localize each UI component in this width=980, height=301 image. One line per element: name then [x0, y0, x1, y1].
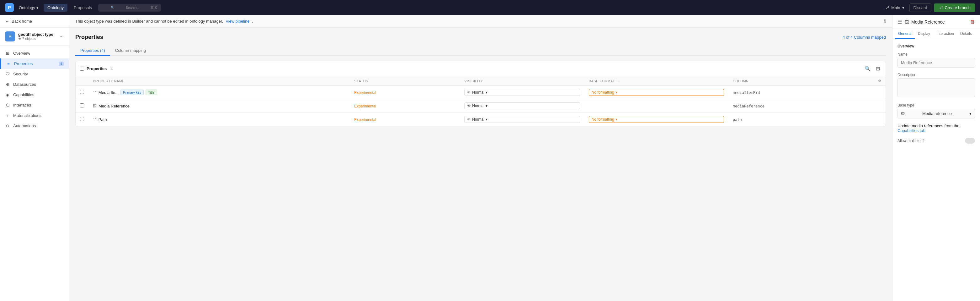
visibility-dropdown-1[interactable]: 👁 Normal ▾ — [464, 102, 580, 109]
proposals-nav-button[interactable]: Proposals — [70, 4, 95, 12]
row-checkbox[interactable] — [80, 90, 84, 94]
status-badge-0: Experimental — [354, 90, 376, 95]
interfaces-icon: ⬡ — [5, 103, 10, 107]
table-title: Properties — [87, 66, 107, 71]
settings-cell-0 — [873, 86, 886, 99]
security-icon: 🛡 — [5, 72, 10, 76]
formatting-label-2: No formatting — [592, 117, 614, 122]
base-type-chevron-icon: ▾ — [969, 111, 972, 116]
row-checkbox[interactable] — [80, 103, 84, 107]
panel-tab-details[interactable]: Details — [957, 29, 975, 39]
sidebar-item-automations[interactable]: ⊙ Automations — [0, 121, 69, 131]
primary-key-badge: Primary key — [121, 90, 144, 95]
create-branch-button[interactable]: ⎇ Create branch — [934, 3, 975, 12]
sidebar-item-properties[interactable]: ≡ Properties 4 — [0, 58, 69, 69]
object-type-icon: P — [5, 31, 15, 42]
filter-table-button[interactable]: ⊟ — [875, 64, 881, 73]
columns-mapped[interactable]: 4 of 4 Columns mapped — [843, 35, 886, 40]
info-icon[interactable]: ℹ — [884, 18, 886, 24]
col-base-formatting: BASE FORMATT... — [584, 76, 729, 86]
ontology-nav-button[interactable]: Ontology — [44, 4, 67, 12]
branch-chevron-icon: ▾ — [902, 5, 904, 10]
eye-icon: 👁 — [467, 117, 471, 122]
status-cell-0: Experimental — [350, 86, 460, 99]
column-name-1: mediaReference — [733, 104, 765, 108]
back-arrow-icon: ← — [5, 19, 9, 24]
tab-column-mapping[interactable]: Column mapping — [110, 46, 151, 56]
branch-create-icon: ⎇ — [938, 5, 943, 10]
allow-multiple-toggle[interactable] — [965, 138, 975, 144]
sidebar-item-properties-label: Properties — [14, 61, 33, 66]
prop-name-text: Media Ite... — [99, 90, 119, 95]
sidebar-item-overview[interactable]: ⊞ Overview — [0, 48, 69, 58]
table-row: " " Media Ite... Primary key Title Exper… — [76, 86, 886, 99]
visibility-dropdown-2[interactable]: 👁 Normal ▾ — [464, 116, 580, 123]
formatting-dropdown-2[interactable]: No formatting ▾ — [589, 116, 724, 123]
search-table-button[interactable]: 🔍 — [863, 64, 872, 73]
sidebar-item-security[interactable]: 🛡 Security — [0, 69, 69, 79]
discard-button[interactable]: Discard — [909, 3, 931, 12]
branch-selector[interactable]: ⎇ Main ▾ — [882, 4, 907, 11]
formatting-label-0: No formatting — [592, 90, 614, 94]
delete-icon[interactable]: 🗑 — [970, 19, 975, 25]
select-all-checkbox[interactable] — [80, 67, 84, 71]
panel-tab-interaction[interactable]: Interaction — [933, 29, 957, 39]
row-checkbox-cell — [76, 113, 89, 126]
sidebar-item-interfaces[interactable]: ⬡ Interfaces — [0, 100, 69, 110]
row-checkbox-cell — [76, 99, 89, 113]
ontology-dropdown[interactable]: Ontology ▾ — [16, 4, 41, 11]
col-status: STATUS — [350, 76, 460, 86]
panel-title: Media Reference — [911, 19, 967, 24]
content-area: Properties 4 of 4 Columns mapped Propert… — [69, 28, 892, 301]
column-cell-1: mediaReference — [729, 99, 873, 113]
right-panel: ☰ 🖼 Media Reference 🗑 General Display In… — [892, 15, 980, 301]
table-row: " " Path Experimental 👁 Normal — [76, 113, 886, 126]
settings-cell-2 — [873, 113, 886, 126]
capabilities-tab-link[interactable]: Capabilities tab — [897, 128, 926, 133]
settings-cell-1 — [873, 99, 886, 113]
back-home-label: Back home — [12, 19, 32, 24]
base-type-select[interactable]: 🖼 Media reference ▾ — [897, 109, 975, 118]
visibility-cell-0: 👁 Normal ▾ — [460, 86, 584, 99]
object-type-more-button[interactable]: ··· — [60, 34, 64, 39]
column-name-0: mediaItemRid — [733, 90, 760, 95]
col-column: COLUMN — [729, 76, 873, 86]
col-settings: ⚙ — [873, 76, 886, 86]
eye-icon: 👁 — [467, 90, 471, 94]
formatting-cell-1 — [584, 99, 729, 113]
materializations-icon: ↑ — [5, 113, 10, 118]
col-visibility: VISIBILITY — [460, 76, 584, 86]
visibility-chevron-icon: ▾ — [485, 90, 487, 94]
sidebar-item-automations-label: Automations — [13, 123, 36, 128]
property-name-cell: " " Path — [89, 113, 350, 126]
description-textarea[interactable] — [897, 78, 975, 97]
ontology-chevron-icon: ▾ — [37, 5, 38, 10]
sidebar-item-datasources-label: Datasources — [13, 82, 36, 87]
help-icon[interactable]: ? — [922, 139, 924, 143]
name-label: Name — [897, 52, 975, 56]
panel-tab-general[interactable]: General — [895, 29, 915, 39]
visibility-cell-2: 👁 Normal ▾ — [460, 113, 584, 126]
properties-icon: ≡ — [6, 61, 11, 66]
settings-icon[interactable]: ⚙ — [878, 79, 881, 83]
view-pipeline-link[interactable]: View pipeline — [226, 19, 250, 24]
back-home-link[interactable]: ← Back home — [0, 15, 69, 28]
panel-menu-icon[interactable]: ☰ — [897, 19, 902, 25]
panel-tab-display[interactable]: Display — [915, 29, 933, 39]
info-banner-period: . — [252, 19, 253, 24]
branch-icon: ⎇ — [885, 5, 889, 10]
sidebar-navigation: ⊞ Overview ≡ Properties 4 🛡 Security ⊕ D… — [0, 46, 69, 301]
sidebar-item-materializations[interactable]: ↑ Materializations — [0, 110, 69, 121]
create-branch-label: Create branch — [945, 5, 970, 10]
allow-multiple-row: Allow multiple ? — [897, 138, 975, 144]
visibility-dropdown-0[interactable]: 👁 Normal ▾ — [464, 89, 580, 96]
object-type-count: ★ 7 objects — [18, 37, 56, 41]
formatting-dropdown-0[interactable]: No formatting ▾ — [589, 89, 724, 96]
row-checkbox[interactable] — [80, 117, 84, 121]
search-bar[interactable]: 🔍 Search... ⌘ K — [98, 4, 161, 12]
sidebar-item-capabilities[interactable]: ◈ Capabilities — [0, 90, 69, 100]
name-input[interactable] — [897, 58, 975, 67]
sidebar: ← Back home P geotiff object type ★ 7 ob… — [0, 15, 69, 301]
tab-properties[interactable]: Properties (4) — [75, 46, 110, 56]
sidebar-item-datasources[interactable]: ⊕ Datasources — [0, 79, 69, 90]
